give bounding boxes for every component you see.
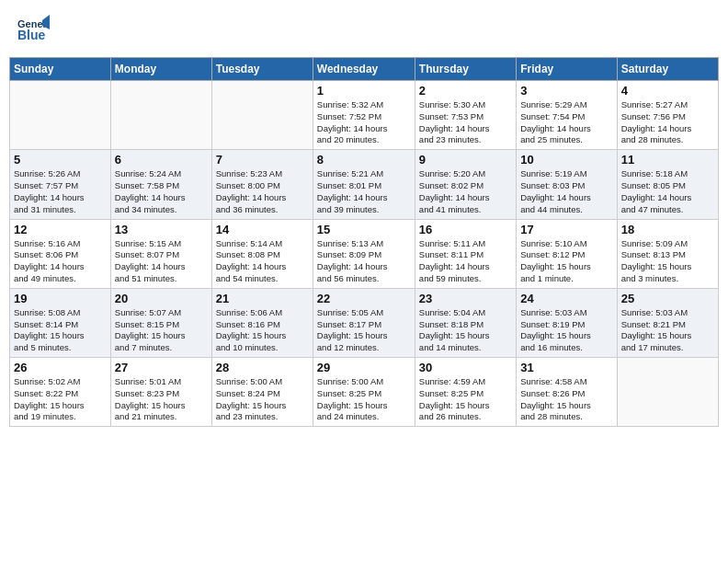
day-number: 15: [317, 223, 411, 236]
page-header: General Blue: [9, 9, 719, 50]
day-number: 9: [419, 153, 512, 167]
calendar-day-17: 17Sunrise: 5:10 AM Sunset: 8:12 PM Dayli…: [517, 219, 617, 288]
calendar-day-2: 2Sunrise: 5:30 AM Sunset: 7:53 PM Daylig…: [415, 81, 516, 150]
day-number: 20: [115, 292, 208, 305]
calendar-day-31: 31Sunrise: 4:58 AM Sunset: 8:26 PM Dayli…: [517, 358, 617, 427]
day-number: 22: [317, 292, 411, 305]
day-number: 4: [621, 84, 714, 98]
day-info: Sunrise: 5:11 AM Sunset: 8:11 PM Dayligh…: [419, 238, 512, 285]
calendar-header-row: SundayMondayTuesdayWednesdayThursdayFrid…: [10, 58, 719, 81]
day-number: 8: [317, 153, 411, 167]
day-number: 21: [216, 292, 309, 305]
calendar-day-13: 13Sunrise: 5:15 AM Sunset: 8:07 PM Dayli…: [110, 219, 211, 288]
day-number: 12: [14, 223, 107, 236]
day-info: Sunrise: 5:29 AM Sunset: 7:54 PM Dayligh…: [520, 99, 612, 146]
calendar-table: SundayMondayTuesdayWednesdayThursdayFrid…: [9, 57, 719, 427]
day-number: 30: [419, 361, 512, 374]
day-info: Sunrise: 5:10 AM Sunset: 8:12 PM Dayligh…: [520, 238, 612, 285]
day-number: 1: [317, 84, 411, 98]
calendar-day-14: 14Sunrise: 5:14 AM Sunset: 8:08 PM Dayli…: [211, 219, 313, 288]
weekday-header-thursday: Thursday: [415, 58, 516, 81]
calendar-day-19: 19Sunrise: 5:08 AM Sunset: 8:14 PM Dayli…: [10, 288, 111, 357]
calendar-empty-cell: [211, 81, 313, 150]
calendar-week-4: 19Sunrise: 5:08 AM Sunset: 8:14 PM Dayli…: [10, 288, 719, 357]
day-info: Sunrise: 5:21 AM Sunset: 8:01 PM Dayligh…: [317, 168, 411, 215]
weekday-header-tuesday: Tuesday: [211, 58, 313, 81]
day-info: Sunrise: 5:00 AM Sunset: 8:25 PM Dayligh…: [317, 376, 411, 423]
day-info: Sunrise: 5:19 AM Sunset: 8:03 PM Dayligh…: [520, 168, 612, 215]
day-number: 26: [14, 361, 107, 374]
calendar-day-7: 7Sunrise: 5:23 AM Sunset: 8:00 PM Daylig…: [211, 150, 313, 219]
day-info: Sunrise: 5:00 AM Sunset: 8:24 PM Dayligh…: [216, 376, 309, 423]
calendar-day-16: 16Sunrise: 5:11 AM Sunset: 8:11 PM Dayli…: [415, 219, 516, 288]
day-info: Sunrise: 4:58 AM Sunset: 8:26 PM Dayligh…: [520, 376, 612, 423]
calendar-day-20: 20Sunrise: 5:07 AM Sunset: 8:15 PM Dayli…: [110, 288, 211, 357]
calendar-day-25: 25Sunrise: 5:03 AM Sunset: 8:21 PM Dayli…: [617, 288, 718, 357]
day-info: Sunrise: 5:26 AM Sunset: 7:57 PM Dayligh…: [14, 168, 107, 215]
calendar-empty-cell: [110, 81, 211, 150]
day-number: 14: [216, 223, 309, 236]
day-info: Sunrise: 5:06 AM Sunset: 8:16 PM Dayligh…: [216, 307, 309, 354]
calendar-week-1: 1Sunrise: 5:32 AM Sunset: 7:52 PM Daylig…: [10, 81, 719, 150]
calendar-empty-cell: [617, 358, 718, 427]
day-info: Sunrise: 5:20 AM Sunset: 8:02 PM Dayligh…: [419, 168, 512, 215]
day-info: Sunrise: 5:15 AM Sunset: 8:07 PM Dayligh…: [115, 238, 208, 285]
day-info: Sunrise: 5:08 AM Sunset: 8:14 PM Dayligh…: [14, 307, 107, 354]
calendar-day-15: 15Sunrise: 5:13 AM Sunset: 8:09 PM Dayli…: [313, 219, 415, 288]
weekday-header-friday: Friday: [517, 58, 617, 81]
calendar-day-21: 21Sunrise: 5:06 AM Sunset: 8:16 PM Dayli…: [211, 288, 313, 357]
day-info: Sunrise: 5:23 AM Sunset: 8:00 PM Dayligh…: [216, 168, 309, 215]
day-info: Sunrise: 5:24 AM Sunset: 7:58 PM Dayligh…: [115, 168, 208, 215]
calendar-day-29: 29Sunrise: 5:00 AM Sunset: 8:25 PM Dayli…: [313, 358, 415, 427]
calendar-day-11: 11Sunrise: 5:18 AM Sunset: 8:05 PM Dayli…: [617, 150, 718, 219]
day-number: 17: [520, 223, 612, 236]
day-info: Sunrise: 5:13 AM Sunset: 8:09 PM Dayligh…: [317, 238, 411, 285]
calendar-day-23: 23Sunrise: 5:04 AM Sunset: 8:18 PM Dayli…: [415, 288, 516, 357]
day-info: Sunrise: 5:04 AM Sunset: 8:18 PM Dayligh…: [419, 307, 512, 354]
day-number: 29: [317, 361, 411, 374]
day-number: 5: [14, 153, 107, 167]
calendar-day-27: 27Sunrise: 5:01 AM Sunset: 8:23 PM Dayli…: [110, 358, 211, 427]
weekday-header-monday: Monday: [110, 58, 211, 81]
calendar-day-9: 9Sunrise: 5:20 AM Sunset: 8:02 PM Daylig…: [415, 150, 516, 219]
day-number: 2: [419, 84, 512, 98]
day-info: Sunrise: 5:27 AM Sunset: 7:56 PM Dayligh…: [621, 99, 714, 146]
calendar-day-4: 4Sunrise: 5:27 AM Sunset: 7:56 PM Daylig…: [617, 81, 718, 150]
day-info: Sunrise: 5:07 AM Sunset: 8:15 PM Dayligh…: [115, 307, 208, 354]
day-info: Sunrise: 5:32 AM Sunset: 7:52 PM Dayligh…: [317, 99, 411, 146]
calendar-day-6: 6Sunrise: 5:24 AM Sunset: 7:58 PM Daylig…: [110, 150, 211, 219]
day-info: Sunrise: 4:59 AM Sunset: 8:25 PM Dayligh…: [419, 376, 512, 423]
calendar-week-2: 5Sunrise: 5:26 AM Sunset: 7:57 PM Daylig…: [10, 150, 719, 219]
day-number: 13: [115, 223, 208, 236]
day-number: 25: [621, 292, 714, 305]
day-info: Sunrise: 5:30 AM Sunset: 7:53 PM Dayligh…: [419, 99, 512, 146]
day-number: 3: [520, 84, 612, 98]
calendar-empty-cell: [10, 81, 111, 150]
calendar-day-5: 5Sunrise: 5:26 AM Sunset: 7:57 PM Daylig…: [10, 150, 111, 219]
calendar-day-1: 1Sunrise: 5:32 AM Sunset: 7:52 PM Daylig…: [313, 81, 415, 150]
calendar-day-24: 24Sunrise: 5:03 AM Sunset: 8:19 PM Dayli…: [517, 288, 617, 357]
calendar-day-10: 10Sunrise: 5:19 AM Sunset: 8:03 PM Dayli…: [517, 150, 617, 219]
calendar-day-8: 8Sunrise: 5:21 AM Sunset: 8:01 PM Daylig…: [313, 150, 415, 219]
day-info: Sunrise: 5:14 AM Sunset: 8:08 PM Dayligh…: [216, 238, 309, 285]
day-number: 11: [621, 153, 714, 167]
calendar-day-28: 28Sunrise: 5:00 AM Sunset: 8:24 PM Dayli…: [211, 358, 313, 427]
svg-text:Blue: Blue: [17, 28, 46, 42]
day-number: 31: [520, 361, 612, 374]
calendar-day-18: 18Sunrise: 5:09 AM Sunset: 8:13 PM Dayli…: [617, 219, 718, 288]
day-number: 18: [621, 223, 714, 236]
day-number: 10: [520, 153, 612, 167]
day-number: 6: [115, 153, 208, 167]
day-info: Sunrise: 5:16 AM Sunset: 8:06 PM Dayligh…: [14, 238, 107, 285]
day-number: 28: [216, 361, 309, 374]
day-info: Sunrise: 5:03 AM Sunset: 8:19 PM Dayligh…: [520, 307, 612, 354]
day-info: Sunrise: 5:09 AM Sunset: 8:13 PM Dayligh…: [621, 238, 714, 285]
day-info: Sunrise: 5:02 AM Sunset: 8:22 PM Dayligh…: [14, 376, 107, 423]
calendar-week-3: 12Sunrise: 5:16 AM Sunset: 8:06 PM Dayli…: [10, 219, 719, 288]
day-info: Sunrise: 5:18 AM Sunset: 8:05 PM Dayligh…: [621, 168, 714, 215]
weekday-header-saturday: Saturday: [617, 58, 718, 81]
logo: General Blue: [17, 13, 53, 46]
calendar-week-5: 26Sunrise: 5:02 AM Sunset: 8:22 PM Dayli…: [10, 358, 719, 427]
logo-icon: General Blue: [17, 13, 50, 46]
day-number: 23: [419, 292, 512, 305]
